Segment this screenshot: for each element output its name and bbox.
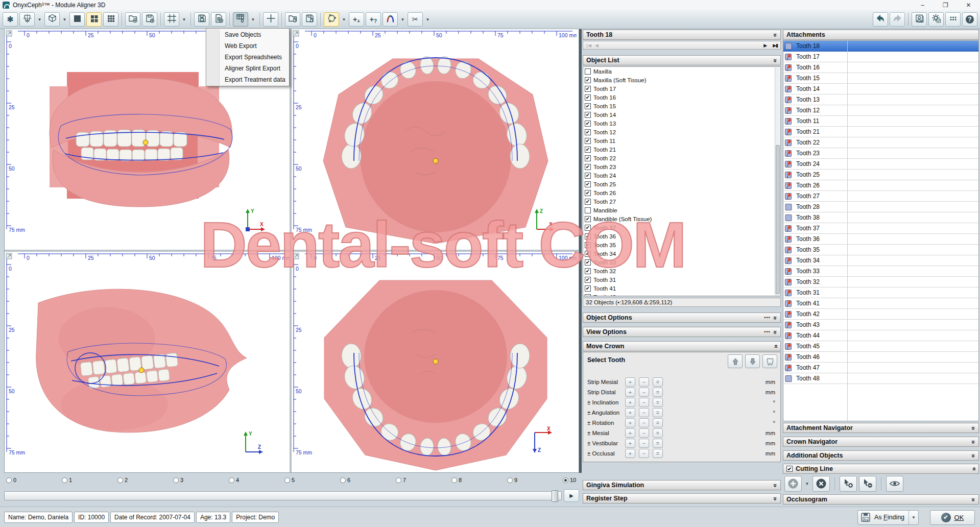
checkbox-icon[interactable]: ✔: [585, 112, 591, 118]
attachment-row[interactable]: Tooth 42: [783, 309, 978, 320]
checkbox-icon[interactable]: ✔: [585, 268, 591, 274]
step-radio-10[interactable]: [563, 477, 568, 483]
decrease-button[interactable]: −: [639, 408, 649, 417]
attachment-row[interactable]: Tooth 26: [783, 180, 978, 191]
layout-grid-button[interactable]: [103, 12, 118, 27]
attachment-row[interactable]: Tooth 23: [783, 148, 978, 159]
as-finding-button[interactable]: As Finding ▼: [857, 510, 919, 525]
step-radio-3[interactable]: [173, 477, 179, 483]
set-button[interactable]: =: [653, 449, 663, 458]
menu-item-web-export[interactable]: Web Export: [206, 40, 289, 52]
object-list-item[interactable]: ✔Tooth 11: [583, 136, 780, 145]
tooth-mark-dropdown[interactable]: ▼: [341, 12, 347, 27]
checkbox-icon[interactable]: ✔: [585, 199, 591, 205]
step-0[interactable]: 0: [6, 477, 16, 483]
next-tooth-button[interactable]: [745, 354, 760, 368]
attachment-row[interactable]: Tooth 21: [783, 127, 978, 137]
object-list-item[interactable]: ✔Tooth 25: [583, 180, 780, 188]
step-2[interactable]: 2: [117, 477, 128, 483]
checkbox-icon[interactable]: ✔: [585, 155, 591, 161]
step-10[interactable]: 10: [563, 477, 576, 483]
step-3[interactable]: 3: [173, 477, 183, 483]
menu-item-aligner-splint-export[interactable]: Aligner Splint Export: [206, 63, 289, 74]
add-cutting-line-button[interactable]: [784, 476, 802, 492]
play-animation-button[interactable]: ▶: [564, 489, 579, 502]
step-radio-4[interactable]: [229, 477, 234, 483]
object-options-header[interactable]: Object Options ••• »: [583, 313, 781, 323]
checkbox-icon[interactable]: ✔: [585, 121, 591, 127]
step-slider-handle[interactable]: [552, 490, 558, 502]
export-table-dropdown[interactable]: ▼: [250, 12, 256, 27]
object-list-item[interactable]: ✔Tooth 41: [583, 284, 780, 293]
scrollbar-thumb[interactable]: [776, 145, 780, 294]
step-7[interactable]: 7: [396, 477, 406, 483]
set-button[interactable]: =: [653, 418, 663, 427]
checkbox-icon[interactable]: ✔: [585, 251, 591, 257]
object-list-item[interactable]: ✔Tooth 36: [583, 232, 780, 241]
checkbox-icon[interactable]: [585, 207, 591, 213]
attachment-row[interactable]: Tooth 16: [783, 62, 978, 73]
step-4[interactable]: 4: [229, 477, 239, 483]
tooth-mark-button[interactable]: [324, 12, 339, 27]
step-radio-2[interactable]: [117, 477, 123, 483]
report-button[interactable]: [211, 12, 226, 27]
cutting-line-header[interactable]: ✔ Cutting Line »: [783, 464, 979, 474]
attachment-row[interactable]: Tooth 15: [783, 73, 978, 84]
step-back-icon[interactable]: ◀: [595, 43, 598, 48]
attachment-row[interactable]: Tooth 22: [783, 137, 978, 148]
checkbox-icon[interactable]: ✔: [585, 190, 591, 196]
menu-item-export-spreadsheets[interactable]: Export Spreadsheets: [206, 52, 289, 63]
menu-item-export-treatment-data[interactable]: Export Treatment data: [206, 74, 289, 85]
attachment-row[interactable]: Tooth 45: [783, 341, 978, 352]
checkbox-icon[interactable]: ✔: [585, 233, 591, 239]
step-radio-8[interactable]: [451, 477, 457, 483]
object-list-item[interactable]: ✔Tooth 27: [583, 197, 780, 206]
set-button[interactable]: =: [653, 398, 663, 407]
step-radio-9[interactable]: [507, 477, 513, 483]
minimize-button[interactable]: –: [911, 0, 934, 10]
object-list-item[interactable]: ✔Tooth 22: [583, 154, 780, 162]
step-5[interactable]: 5: [284, 477, 295, 483]
export-table-button[interactable]: [233, 12, 248, 27]
object-list-item[interactable]: ✔Tooth 15: [583, 102, 780, 110]
attachments-header[interactable]: Attachments: [783, 30, 979, 40]
checkbox-icon[interactable]: ✔: [585, 129, 591, 135]
redo-button[interactable]: [890, 12, 905, 27]
object-list-header[interactable]: Object List »: [583, 55, 781, 65]
save-session-button[interactable]: [302, 12, 317, 27]
step-radio-5[interactable]: [284, 477, 290, 483]
arch-setup-button[interactable]: [383, 12, 398, 27]
attachment-row[interactable]: Tooth 28: [783, 202, 978, 212]
clip-frame-button[interactable]: [164, 12, 179, 27]
step-radio-7[interactable]: [396, 477, 401, 483]
attachment-row[interactable]: Tooth 48: [783, 373, 978, 384]
step-radio-6[interactable]: [340, 477, 346, 483]
attachment-row[interactable]: Tooth 37: [783, 223, 978, 234]
checkbox-icon[interactable]: ✔: [585, 147, 591, 153]
object-list-item[interactable]: ✔Tooth 16: [583, 93, 780, 102]
viewport-corner-icon[interactable]: [6, 253, 12, 259]
as-finding-dropdown[interactable]: ▼: [909, 511, 918, 524]
add-query-button[interactable]: +?: [366, 12, 381, 27]
cutting-line-checkbox[interactable]: ✔: [786, 466, 793, 472]
checkbox-icon[interactable]: ✔: [585, 138, 591, 144]
increase-button[interactable]: +: [625, 377, 635, 387]
step-radio-0[interactable]: [6, 477, 12, 483]
patient-photo-button[interactable]: [912, 12, 927, 27]
attachment-row[interactable]: Tooth 43: [783, 320, 978, 330]
decrease-button[interactable]: −: [639, 449, 649, 458]
checkbox-icon[interactable]: ✔: [585, 285, 591, 292]
increase-button[interactable]: +: [625, 439, 635, 448]
object-list-item[interactable]: ✔Tooth 14: [583, 110, 780, 119]
viewport-lateral[interactable]: YZ 0255075100 mm0255075 mm: [5, 252, 290, 472]
checkbox-icon[interactable]: ✔: [585, 164, 591, 170]
ok-button[interactable]: ✔ OK: [930, 510, 975, 525]
checkbox-icon[interactable]: ✔: [585, 77, 591, 83]
tooth-axis-button[interactable]: [19, 12, 35, 27]
cursor-remove-point-button[interactable]: [859, 476, 876, 492]
object-list-scrollbar[interactable]: [775, 67, 780, 295]
attachment-row[interactable]: Tooth 35: [783, 245, 978, 255]
view-3d-dropdown[interactable]: ▼: [61, 12, 68, 27]
menu-item-save-objects[interactable]: Save Objects: [206, 29, 289, 40]
help-button[interactable]: ?: [962, 12, 977, 27]
